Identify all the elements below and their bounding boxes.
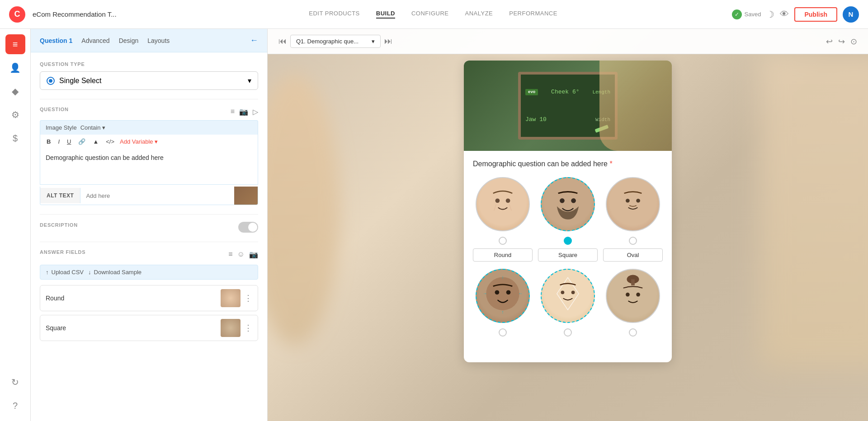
icon-sidebar: ≡ 👤 ◆ ⚙ $ ↻ ? xyxy=(0,29,31,421)
preview-back-icon[interactable]: ⏮ xyxy=(278,37,287,46)
svg-point-19 xyxy=(561,290,565,294)
blur-right xyxy=(760,51,868,368)
tab-question1[interactable]: Question 1 xyxy=(40,37,72,44)
undo-icon[interactable]: ↩ xyxy=(826,37,833,47)
face-label-round[interactable]: Round xyxy=(473,248,533,262)
sidebar-item-user[interactable]: 👤 xyxy=(5,58,25,78)
answer-emoji-icon[interactable]: ☺ xyxy=(237,250,245,259)
publish-button[interactable]: Publish xyxy=(794,7,837,22)
description-toggle[interactable] xyxy=(238,222,258,233)
question-textarea[interactable]: Demographic question can be added here xyxy=(40,149,258,185)
user-avatar[interactable]: N xyxy=(843,6,859,23)
preview-question-selector[interactable]: Q1. Demographic que... ▾ xyxy=(290,35,381,48)
answer-more-square[interactable]: ⋮ xyxy=(244,323,252,333)
sidebar-item-dollar[interactable]: $ xyxy=(5,128,25,148)
toggle-visibility-icon[interactable]: ☽ xyxy=(766,9,774,20)
radio-icon xyxy=(47,77,55,85)
sidebar-item-list[interactable]: ≡ xyxy=(5,34,25,54)
alt-text-thumbnail xyxy=(234,187,258,205)
radio-dot xyxy=(49,79,52,83)
alt-text-input[interactable] xyxy=(80,188,234,204)
answer-option-oval[interactable]: Oval xyxy=(603,177,663,262)
answer-option-round[interactable]: Round xyxy=(473,177,533,262)
nav-build[interactable]: BUILD xyxy=(376,10,395,19)
preview-icon[interactable]: 👁 xyxy=(780,9,789,19)
alt-text-label: ALT TEXT xyxy=(40,188,80,203)
sidebar-item-settings[interactable]: ⚙ xyxy=(5,105,25,125)
answer-header-icons: ≡ ☺ 📷 xyxy=(228,250,258,259)
tab-layouts[interactable]: Layouts xyxy=(147,37,170,44)
radio-select-5 xyxy=(564,328,572,337)
sidebar-item-paint[interactable]: ◆ xyxy=(5,81,25,101)
svg-point-9 xyxy=(626,199,630,203)
nav-edit-products[interactable]: EDIT PRODUCTS xyxy=(309,10,359,19)
svg-point-7 xyxy=(571,198,576,203)
panel-content: QUESTION TYPE Single Select ▾ QUESTION ≡… xyxy=(31,52,267,357)
upload-csv-button[interactable]: ↑ Upload CSV xyxy=(46,269,84,276)
image-style-select[interactable]: Contain ▾ xyxy=(80,124,106,131)
answer-option-4[interactable]: - xyxy=(473,269,533,353)
svg-point-2 xyxy=(506,198,510,203)
selector-chevron-icon: ▾ xyxy=(372,38,375,45)
code-button[interactable]: </> xyxy=(104,137,116,146)
bold-button[interactable]: B xyxy=(45,137,52,146)
answer-camera-icon[interactable]: 📷 xyxy=(249,250,258,259)
underline-button[interactable]: U xyxy=(65,137,73,146)
svg-point-10 xyxy=(636,199,640,203)
answer-list-icon[interactable]: ≡ xyxy=(228,250,232,259)
question-type-label: QUESTION TYPE xyxy=(40,61,258,67)
image-style-label: Image Style xyxy=(46,124,77,131)
answer-item-round: Round ⋮ xyxy=(40,285,258,311)
question-type-select[interactable]: Single Select ▾ xyxy=(40,71,258,90)
tab-design[interactable]: Design xyxy=(119,37,139,44)
sidebar-item-refresh[interactable]: ↻ xyxy=(5,372,25,392)
question-card: evo Cheek 6° Length Jaw 10 Width xyxy=(464,61,672,362)
svg-rect-24 xyxy=(631,279,635,285)
sidebar-item-help[interactable]: ? xyxy=(5,396,25,416)
answer-option-square[interactable]: Square xyxy=(538,177,598,262)
svg-point-26 xyxy=(636,293,640,297)
nav-analyze[interactable]: ANALYZE xyxy=(465,10,493,19)
answer-option-5[interactable]: - xyxy=(538,269,598,353)
svg-point-12 xyxy=(495,290,500,295)
card-question-text: Demographic question can be added here * xyxy=(473,160,663,168)
app-title: eCom Recommendation T... xyxy=(33,10,117,18)
nav-configure[interactable]: CONFIGURE xyxy=(411,10,449,19)
radio-select-6 xyxy=(629,328,637,337)
preview-actions: ↩ ↪ ⊙ xyxy=(826,37,857,47)
answer-option-6[interactable]: - xyxy=(603,269,663,353)
answer-item-square: Square ⋮ xyxy=(40,315,258,341)
svg-point-1 xyxy=(495,198,500,203)
add-variable-button[interactable]: Add Variable ▾ xyxy=(120,138,158,145)
upload-icon: ↑ xyxy=(46,269,49,276)
color-button[interactable]: ▲ xyxy=(91,137,100,146)
tab-advanced[interactable]: Advanced xyxy=(81,37,109,44)
description-label: DESCRIPTION xyxy=(40,222,78,228)
video-icon[interactable]: ▷ xyxy=(253,108,258,116)
chevron-down-icon: ▾ xyxy=(248,76,251,85)
answer-text-square: Square xyxy=(46,324,66,332)
face-circle-square xyxy=(541,177,595,231)
answer-grid-row2: - xyxy=(473,269,663,353)
person-icon[interactable]: ⊙ xyxy=(850,37,857,47)
answer-more-round[interactable]: ⋮ xyxy=(244,293,252,303)
download-sample-button[interactable]: ↓ Download Sample xyxy=(88,269,142,276)
nav-performance[interactable]: PERFORMANCE xyxy=(509,10,557,19)
svg-point-13 xyxy=(506,290,511,295)
main-layout: ≡ 👤 ◆ ⚙ $ ↻ ? Question 1 Advanced Design… xyxy=(0,29,868,421)
italic-button[interactable]: I xyxy=(56,137,61,146)
preview-topbar: ⏮ Q1. Demographic que... ▾ ⏭ ↩ ↪ ⊙ xyxy=(268,29,868,54)
image-style-row: Image Style Contain ▾ xyxy=(40,120,258,135)
redo-icon[interactable]: ↪ xyxy=(838,37,845,47)
link-button[interactable]: 🔗 xyxy=(76,137,87,146)
face-label-oval[interactable]: Oval xyxy=(603,248,663,262)
preview-forward-icon[interactable]: ⏭ xyxy=(384,37,392,46)
camera-icon[interactable]: 📷 xyxy=(239,108,248,116)
image-style-value: Contain xyxy=(80,124,101,131)
app-logo[interactable]: C xyxy=(9,6,25,23)
face-label-square[interactable]: Square xyxy=(538,248,598,262)
panel-close-icon[interactable]: ← xyxy=(250,36,258,45)
list-icon[interactable]: ≡ xyxy=(231,108,235,116)
answer-text-round: Round xyxy=(46,295,64,302)
card-body: Demographic question can be added here * xyxy=(464,151,672,362)
